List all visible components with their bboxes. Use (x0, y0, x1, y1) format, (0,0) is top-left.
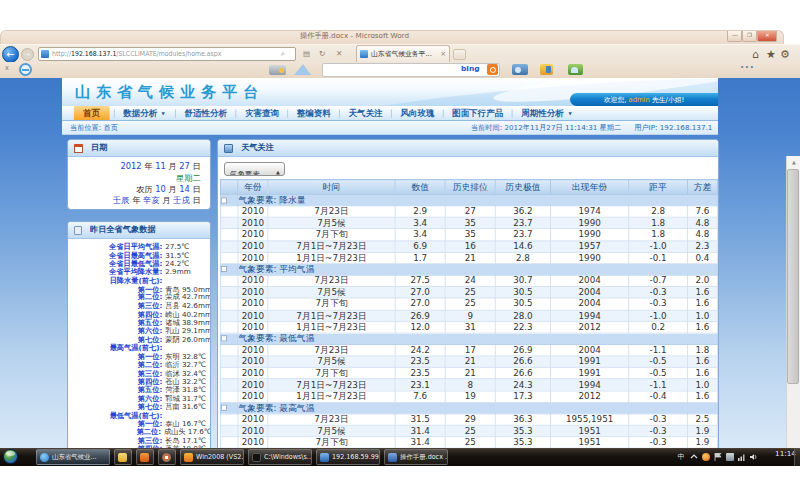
column-header[interactable]: 历史极值 (495, 179, 550, 194)
column-header[interactable]: 出现年份 (551, 179, 629, 194)
extension-icon-1[interactable] (512, 64, 528, 75)
table-row[interactable]: 20107月23日24.21726.92004-1.11.8 (220, 344, 717, 356)
nav-item[interactable]: 整编资料 (288, 108, 339, 120)
site-banner: 山东省气候业务平台 欢迎您, admin 先生/小姐! (62, 78, 718, 106)
column-header[interactable]: 方差 (688, 179, 718, 194)
nav-item[interactable]: 数据分析 ▼ (115, 108, 176, 120)
site-title: 山东省气候业务平台 (75, 83, 264, 102)
table-row[interactable]: 20107月下旬23.52126.61991-0.51.6 (220, 368, 717, 380)
nav-item[interactable]: 周期性分析 ▼ (513, 108, 582, 120)
nav-item[interactable]: 图面下行产品 (444, 108, 512, 120)
close-button[interactable]: ✕ (757, 31, 777, 42)
group-row[interactable]: 气象要素: 平均气温 (220, 264, 717, 275)
table-row[interactable]: 20107月1日~7月23日23.1824.31994-1.11.0 (220, 379, 717, 391)
mail-icon[interactable] (294, 64, 311, 75)
column-header[interactable]: 年份 (238, 179, 268, 194)
column-header[interactable]: 数值 (395, 179, 445, 194)
nav-item[interactable]: 天气关注 (340, 108, 391, 120)
scroll-up-icon[interactable]: ▲ (787, 156, 800, 169)
taskbar-media-app[interactable] (158, 449, 176, 465)
monitor-icon[interactable] (726, 453, 734, 461)
taskbar-clock[interactable]: 11:14 (775, 450, 796, 458)
weather-stat-line: 第六位:乳山 29.1mm (68, 327, 211, 335)
input-method-indicator[interactable]: 中 (678, 452, 685, 462)
table-row[interactable]: 20107月23日2.92736.219742.87.6 (220, 206, 717, 218)
start-button[interactable] (3, 449, 18, 464)
taskbar-button[interactable]: Win2008 (VS2... (180, 449, 244, 465)
table-row[interactable]: 20107月5候3.43523.719901.84.8 (220, 217, 717, 229)
speaker-icon[interactable] (750, 453, 758, 461)
tray-caret-icon[interactable] (690, 453, 698, 461)
expand-checkbox[interactable] (221, 197, 227, 203)
column-header[interactable]: 距平 (629, 179, 688, 194)
url-scheme: http:// (52, 50, 71, 57)
taskbar-active-window[interactable]: 山东省气候业... (36, 449, 110, 465)
scrollbar-thumb[interactable] (787, 169, 799, 384)
show-desktop-button[interactable] (794, 448, 800, 466)
table-row[interactable]: 20107月下旬27.02530.52004-0.31.6 (220, 298, 717, 310)
taskbar-app-orange[interactable] (136, 449, 154, 465)
table-row[interactable]: 20107月5候31.42535.31951-0.31.9 (220, 425, 717, 437)
extension-icon-3[interactable] (568, 64, 583, 75)
network-icon[interactable] (738, 453, 746, 461)
firefox-tray-icon[interactable] (702, 453, 710, 461)
group-row[interactable]: 气象要素: 降水量 (220, 194, 717, 205)
element-filter-button[interactable]: 气象要素▲ (224, 162, 285, 176)
main-nav-bar: 首页数据分析 ▼舒适性分析灾害查询整编资料天气关注风向玫瑰图面下行产品周期性分析… (62, 106, 718, 121)
status-info: 当前时间: 2012年11月27日 11:14:31 星期二用户IP: 192.… (458, 123, 712, 133)
table-row[interactable]: 20107月5候23.52126.61991-0.51.6 (220, 356, 717, 368)
taskbar-button[interactable]: 操作手册.docx ... (384, 449, 448, 465)
taskbar-button[interactable]: 192.168.59.99... (316, 449, 380, 465)
expand-checkbox[interactable] (221, 336, 227, 342)
column-header[interactable]: 历史排位 (445, 179, 495, 194)
table-row[interactable]: 20101月1日~7月23日7.61917.32012-0.41.6 (220, 391, 717, 403)
table-row[interactable]: 20101月1日~7月23日12.03122.320120.21.6 (220, 321, 717, 333)
table-row[interactable]: 20107月1日~7月23日6.91614.61957-1.02.3 (220, 241, 717, 253)
nav-item[interactable]: 灾害查询 (236, 108, 287, 120)
tools-icon[interactable]: ⚙ (780, 48, 790, 61)
favorites-icon[interactable]: ★ (766, 48, 776, 61)
table-row[interactable]: 20107月5候27.02530.52004-0.31.6 (220, 287, 717, 299)
group-row[interactable]: 气象要素: 最高气温 (220, 402, 717, 413)
more-icon[interactable]: ••• (740, 64, 754, 72)
expand-checkbox[interactable] (221, 266, 227, 272)
table-row[interactable]: 20107月下旬31.42535.31951-0.31.9 (220, 437, 717, 448)
media-icon (162, 453, 171, 462)
maximize-button[interactable]: ❐ (742, 31, 757, 42)
expand-checkbox[interactable] (221, 405, 227, 411)
group-row[interactable]: 气象要素: 最低气温 (220, 333, 717, 344)
table-row[interactable]: 20107月23日27.52430.72004-0.72.0 (220, 275, 717, 287)
back-button[interactable]: ← (2, 46, 19, 63)
nav-item[interactable]: 风向玫瑰 (392, 108, 443, 120)
extension-icon-2[interactable] (540, 64, 553, 75)
toolbar-close-icon[interactable]: x (5, 64, 9, 71)
rdp-icon (320, 453, 329, 462)
taskbar-explorer[interactable] (114, 449, 132, 465)
home-icon[interactable]: ⌂ (752, 48, 759, 61)
table-row[interactable]: 20107月下旬3.43523.719901.84.8 (220, 229, 717, 241)
calendar-icon (74, 144, 83, 153)
refresh-icon[interactable]: ↻ (319, 49, 325, 57)
weather-stat-line: 第二位:荣成 42.7mm (68, 293, 211, 301)
table-row[interactable]: 20107月23日31.52936.31955,1951-0.32.5 (220, 414, 717, 426)
minimize-button[interactable]: — (727, 31, 742, 42)
compatibility-icon[interactable]: ▤ (303, 49, 310, 57)
new-tab-button[interactable] (453, 49, 466, 60)
app-icon (224, 144, 233, 153)
search-icon[interactable]: ⌕ (281, 49, 285, 58)
forward-button[interactable]: → (21, 48, 34, 61)
taskbar-button[interactable]: C:\Windows\s... (248, 449, 312, 465)
stop-icon[interactable]: ✕ (336, 49, 342, 57)
dropdown-arrow-icon: ▼ (568, 111, 571, 116)
camera-icon[interactable] (269, 65, 286, 75)
bing-search-button[interactable] (487, 64, 498, 75)
column-header[interactable]: 时间 (268, 179, 395, 194)
blocked-icon[interactable] (19, 63, 32, 76)
nav-item[interactable]: 首页 (74, 106, 110, 121)
date-panel-header: 日期 (68, 140, 210, 157)
flag-icon[interactable] (714, 453, 722, 461)
nav-item[interactable]: 舒适性分析 (176, 108, 236, 120)
table-row[interactable]: 20107月1日~7月23日26.9928.01994-1.01.0 (220, 310, 717, 322)
table-row[interactable]: 20101月1日~7月23日1.7212.81990-0.10.4 (220, 252, 717, 264)
tab-close-icon[interactable]: × (440, 50, 446, 58)
